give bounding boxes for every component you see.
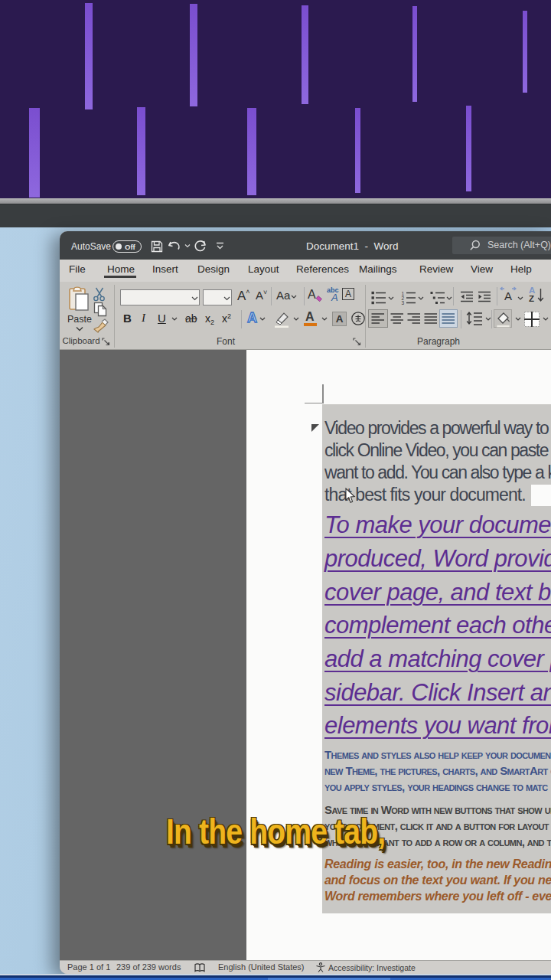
- svg-text:3: 3: [402, 300, 405, 305]
